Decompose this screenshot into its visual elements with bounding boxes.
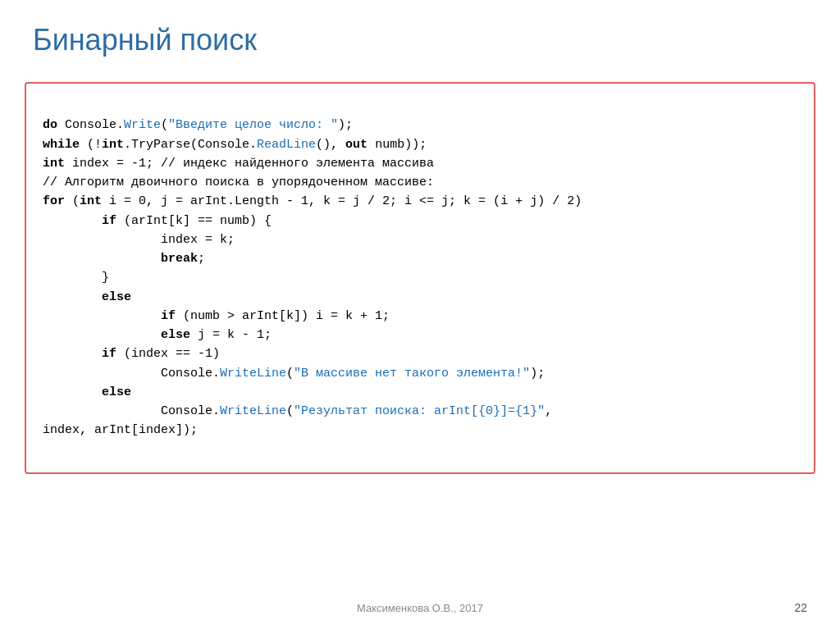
page-title: Бинарный поиск (0, 0, 840, 74)
page-number: 22 (794, 601, 807, 614)
footer-author: Максименкова О.В., 2017 (357, 602, 483, 614)
footer: Максименкова О.В., 2017 (0, 602, 840, 614)
code-block: do Console.Write("Введите целое число: "… (43, 97, 797, 459)
code-line-1: do Console.Write("Введите целое число: "… (43, 118, 582, 437)
code-container: do Console.Write("Введите целое число: "… (25, 82, 815, 474)
